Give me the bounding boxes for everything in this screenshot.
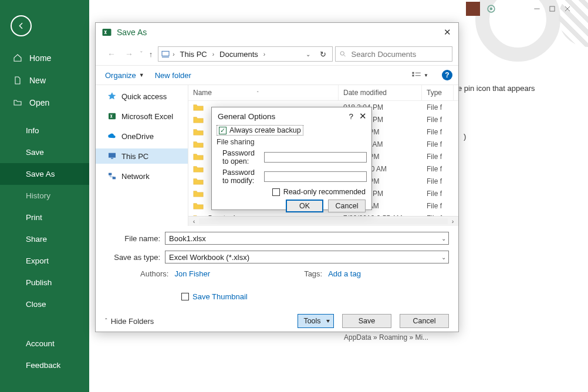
crumb[interactable]: Documents [217, 49, 261, 60]
back-button[interactable] [11, 15, 32, 36]
svg-rect-18 [109, 173, 111, 175]
dialog-bottom: ˆ Hide Folders Tools Save Cancel [96, 309, 458, 336]
checkbox-icon[interactable] [181, 293, 189, 300]
window-decoration [459, 0, 588, 147]
general-options-dialog: General Options ? ✕ ✓ Always create back… [211, 107, 372, 210]
svg-rect-16 [109, 153, 116, 158]
nav-history[interactable]: History [0, 185, 89, 207]
nav-home[interactable]: Home [0, 47, 89, 69]
save-thumbnail-row[interactable]: Save Thumbnail [181, 292, 449, 301]
file-sharing-label: File sharing [217, 138, 367, 146]
pw-modify-input[interactable] [264, 171, 367, 182]
view-icon [411, 71, 422, 79]
tags-add-link[interactable]: Add a tag [328, 269, 361, 278]
svg-rect-15 [109, 113, 116, 120]
star-icon [107, 92, 117, 101]
search-icon [339, 50, 347, 58]
nav-account[interactable]: Account [0, 333, 89, 354]
modal-cancel-button[interactable]: Cancel [328, 200, 366, 212]
new-folder-button[interactable]: New folder [155, 71, 191, 80]
app-chrome [466, 2, 572, 16]
modal-close-icon[interactable]: ✕ [359, 111, 367, 121]
view-button[interactable]: ▼ [408, 69, 431, 81]
nav-share[interactable]: Share [0, 228, 89, 250]
nav-forward-icon[interactable]: → [121, 48, 137, 60]
place-thispc[interactable]: This PC [96, 148, 188, 164]
nav-print[interactable]: Print [0, 207, 89, 228]
always-backup-checkbox[interactable]: ✓ Always create backup [217, 125, 303, 136]
ok-button[interactable]: OK [286, 200, 323, 212]
crumb-sep-icon[interactable]: › [263, 51, 265, 58]
place-network[interactable]: Network [96, 168, 188, 184]
hide-folders-button[interactable]: ˆ Hide Folders [105, 317, 154, 326]
nav-back-icon[interactable]: ← [104, 48, 119, 60]
avatar[interactable] [466, 2, 480, 16]
search-input[interactable] [335, 46, 452, 62]
place-excel[interactable]: Microsoft Excel [96, 109, 188, 124]
nav-up-icon[interactable]: ↑ [146, 49, 156, 60]
excel-icon [102, 27, 112, 38]
organize-button[interactable]: Organize ▼ [105, 71, 144, 80]
h-scrollbar[interactable]: ‹ › [188, 216, 458, 226]
pw-open-label: Password to open: [217, 149, 261, 165]
explorer-toolbar: Organize ▼ New folder ▼ ? [96, 65, 458, 85]
cloud-icon [107, 131, 117, 141]
svg-rect-11 [413, 72, 414, 74]
nav-label: Home [29, 53, 51, 63]
crumb-sep-icon[interactable]: › [173, 51, 174, 58]
tools-button[interactable]: Tools [298, 314, 334, 328]
svg-rect-6 [103, 29, 111, 36]
refresh-icon[interactable]: ↻ [316, 50, 330, 59]
col-date[interactable]: Date modified [339, 85, 422, 100]
nav-label: Open [29, 98, 49, 107]
save-type-select[interactable]: Excel Workbook (*.xlsx)⌄ [165, 251, 449, 263]
help-button[interactable]: ? [442, 70, 452, 80]
dialog-close-icon[interactable]: ✕ [444, 27, 451, 38]
nav-feedback[interactable]: Feedback [0, 354, 89, 376]
nav-save-as[interactable]: Save As [0, 163, 89, 185]
modal-help-icon[interactable]: ? [349, 112, 353, 121]
maximize-icon[interactable] [548, 5, 556, 13]
dropdown-icon[interactable]: ⌄ [441, 254, 446, 261]
nav-publish[interactable]: Publish [0, 272, 89, 293]
save-button[interactable]: Save [342, 314, 391, 328]
authors-value[interactable]: Jon Fisher [174, 269, 210, 278]
col-name[interactable]: Name ˆ [188, 85, 339, 100]
file-name-input[interactable]: Book1.xlsx⌄ [165, 232, 449, 245]
cancel-button[interactable]: Cancel [400, 314, 449, 328]
folder-icon [193, 128, 204, 136]
nav-save[interactable]: Save [0, 141, 89, 163]
nav-new[interactable]: New [0, 69, 89, 92]
network-icon [107, 171, 117, 181]
address-dropdown-icon[interactable]: ⌄ [302, 51, 314, 58]
nav-export[interactable]: Export [0, 250, 89, 272]
authors-label: Authors: [140, 269, 168, 278]
dropdown-icon[interactable]: ⌄ [441, 235, 446, 242]
address-bar[interactable]: › This PC › Documents › ⌄ ↻ [158, 46, 333, 62]
svg-rect-12 [413, 75, 414, 76]
folder-icon [193, 153, 204, 161]
folder-icon [193, 140, 204, 148]
nav-info[interactable]: Info [0, 120, 89, 141]
col-type[interactable]: Type [422, 85, 454, 100]
place-quick-access[interactable]: Quick access [96, 89, 188, 104]
svg-line-10 [344, 55, 346, 57]
nav-close[interactable]: Close [0, 293, 89, 315]
pw-open-input[interactable] [264, 152, 367, 163]
nav-open[interactable]: Open [0, 92, 89, 114]
crumb[interactable]: This PC [177, 49, 210, 60]
save-form: File name: Book1.xlsx⌄ Save as type: Exc… [96, 226, 458, 309]
folder-icon [193, 116, 204, 124]
modal-title: General Options [218, 112, 275, 121]
column-headers: Name ˆ Date modified Type [188, 85, 458, 101]
scroll-left-icon[interactable]: ‹ [189, 218, 199, 225]
readonly-checkbox[interactable]: Read-only recommended [217, 188, 367, 196]
place-onedrive[interactable]: OneDrive [96, 129, 188, 144]
scroll-right-icon[interactable]: › [448, 218, 458, 225]
shield-icon [487, 5, 495, 13]
minimize-icon[interactable] [533, 5, 541, 13]
close-icon[interactable] [563, 5, 572, 13]
nav-recent-dropdown[interactable]: ˇ [139, 50, 144, 58]
checkbox-icon[interactable] [272, 188, 280, 196]
crumb-sep-icon[interactable]: › [212, 51, 214, 58]
